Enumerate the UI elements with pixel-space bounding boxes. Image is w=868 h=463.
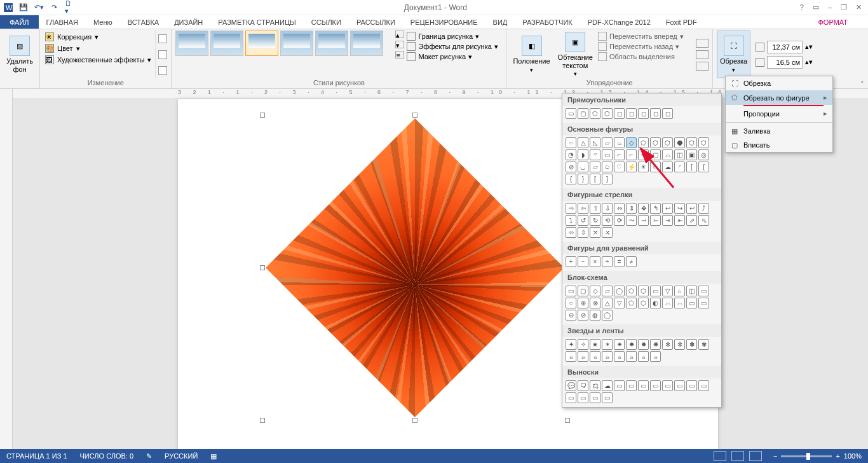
tab-page-layout[interactable]: РАЗМЕТКА СТРАНИЦЫ <box>210 15 303 29</box>
shape-round3[interactable]: ◻ <box>638 108 649 119</box>
shape-f24[interactable]: ▭ <box>698 298 709 308</box>
shape-cloud[interactable]: ☁ <box>662 162 673 172</box>
picture-style-1[interactable] <box>175 31 208 56</box>
position-button[interactable]: ◧ Положение▾ <box>510 31 552 78</box>
status-macro-icon[interactable]: ▦ <box>204 452 223 460</box>
shape-f26[interactable]: ⊘ <box>578 310 588 321</box>
shape-c10[interactable]: ▭ <box>674 380 685 391</box>
crop-item-to-shape[interactable]: ⬠Обрезать по фигуре▸ <box>726 90 832 105</box>
shape-parallelogram[interactable]: ▱ <box>602 137 613 148</box>
shape-c6[interactable]: ▭ <box>626 380 637 391</box>
close-button[interactable]: ✕ <box>856 3 862 11</box>
handle-bot-left[interactable] <box>260 418 265 423</box>
tab-menu[interactable]: Меню <box>86 15 120 29</box>
shape-tear[interactable]: ⌔ <box>590 149 600 160</box>
shape-no[interactable]: ⊘ <box>566 162 576 172</box>
shape-moon[interactable]: ☾ <box>650 162 661 172</box>
picture-layout-button[interactable]: Макет рисунка ▾ <box>407 52 502 61</box>
shape-arr-9[interactable]: ⤛ <box>662 215 673 226</box>
shape-c15[interactable]: ▭ <box>590 392 600 403</box>
shape-chord[interactable]: ◗ <box>578 149 588 160</box>
shape-arr-lr[interactable]: ⇔ <box>614 203 625 214</box>
compress-icon[interactable] <box>158 34 167 43</box>
handle-top-left[interactable] <box>260 113 265 118</box>
shape-can[interactable]: ⌓ <box>662 149 673 160</box>
shape-c5[interactable]: ▭ <box>614 380 625 391</box>
shape-s7[interactable]: ✹ <box>638 339 649 350</box>
change-picture-icon[interactable] <box>158 50 167 59</box>
shape-bevel[interactable]: ▣ <box>686 149 697 160</box>
corrections-button[interactable]: ☀Коррекция ▾ <box>44 32 153 42</box>
shape-r4[interactable]: ⏛ <box>602 351 613 362</box>
shape-round2[interactable]: ◻ <box>626 108 637 119</box>
shape-s2[interactable]: ✧ <box>578 339 588 350</box>
shape-f8[interactable]: ▭ <box>650 286 661 296</box>
crop-item-fill[interactable]: ▦Заливка <box>726 124 832 138</box>
shape-c3[interactable]: 🗯 <box>590 380 600 391</box>
group-icon[interactable] <box>696 50 709 59</box>
shape-snip[interactable]: ⬠ <box>590 108 600 119</box>
tab-pdfxchange[interactable]: PDF-XChange 2012 <box>580 15 658 29</box>
shape-triangle[interactable]: △ <box>578 137 588 148</box>
shape-l-shape[interactable]: ⌐ <box>626 149 637 160</box>
artistic-effects-button[interactable]: 🖼Художественные эффекты ▾ <box>44 55 153 65</box>
collapse-ribbon-icon[interactable]: ˄ <box>860 80 864 88</box>
shape-s5[interactable]: ✷ <box>614 339 625 350</box>
selected-picture[interactable] <box>266 118 564 417</box>
shape-f13[interactable]: ○ <box>566 298 576 308</box>
shape-r1[interactable]: ⏛ <box>566 351 576 362</box>
shape-r6[interactable]: ⏛ <box>626 351 637 362</box>
shape-decagon[interactable]: ⬡ <box>686 137 697 148</box>
tab-insert[interactable]: ВСТАВКА <box>120 15 166 29</box>
handle-bot-right[interactable] <box>565 418 570 423</box>
shape-f20[interactable]: ◐ <box>650 298 661 308</box>
shape-half-frame[interactable]: ⌐ <box>614 149 625 160</box>
shape-plaque[interactable]: ▢ <box>650 149 661 160</box>
shape-c7[interactable]: ▭ <box>638 380 649 391</box>
view-read-icon[interactable] <box>714 451 726 461</box>
shape-arr-l[interactable]: ⇦ <box>578 203 588 214</box>
shape-c4[interactable]: ☁ <box>602 380 613 391</box>
tab-view[interactable]: ВИД <box>485 15 515 29</box>
shape-hexagon[interactable]: ⬡ <box>650 137 661 148</box>
tab-references[interactable]: ССЫЛКИ <box>304 15 349 29</box>
ribbon-options-button[interactable]: ▭ <box>813 3 819 11</box>
shape-arr-10[interactable]: ⤜ <box>674 215 685 226</box>
wrap-text-button[interactable]: ▣ Обтекание текстом▾ <box>555 31 595 78</box>
picture-style-4[interactable] <box>280 31 313 56</box>
shape-c2[interactable]: 🗨 <box>578 380 588 391</box>
handle-bot-mid[interactable] <box>412 418 417 423</box>
shape-r8[interactable]: ⏛ <box>650 351 661 362</box>
view-web-icon[interactable] <box>749 451 762 461</box>
shape-rbrace[interactable]: } <box>578 174 588 184</box>
shape-octagon[interactable]: ⯃ <box>674 137 685 148</box>
shape-arr-c4[interactable]: ⤨ <box>602 227 613 238</box>
shape-f11[interactable]: ◫ <box>686 286 697 296</box>
style-scroll-down-icon[interactable]: ▾ <box>395 41 404 48</box>
shape-f23[interactable]: ▭ <box>686 298 697 308</box>
shape-arr-d[interactable]: ⇩ <box>602 203 613 214</box>
shape-pie[interactable]: ◔ <box>566 149 576 160</box>
shape-r7[interactable]: ⏛ <box>638 351 649 362</box>
shape-arr-quad[interactable]: ✥ <box>638 203 649 214</box>
shape-f22[interactable]: ⌓ <box>674 298 685 308</box>
picture-style-2[interactable] <box>210 31 243 56</box>
bring-forward-button[interactable]: Переместить вперед ▾ <box>598 32 693 41</box>
shape-f2[interactable]: ▢ <box>578 286 588 296</box>
shape-f4[interactable]: ▱ <box>602 286 613 296</box>
minimize-button[interactable]: – <box>828 3 832 11</box>
shape-arr-r[interactable]: ⇨ <box>566 203 576 214</box>
shape-block-arc[interactable]: ◡ <box>578 162 588 172</box>
shape-c13[interactable]: ▭ <box>566 392 576 403</box>
shape-f19[interactable]: ⬡ <box>638 298 649 308</box>
shape-f1[interactable]: ▭ <box>566 286 576 296</box>
style-more-icon[interactable]: ≡ <box>395 51 404 59</box>
shape-r3[interactable]: ⏛ <box>590 351 600 362</box>
shape-arr-11[interactable]: ⬀ <box>686 215 697 226</box>
shape-f3[interactable]: ◇ <box>590 286 600 296</box>
shape-heptagon[interactable]: ⬡ <box>662 137 673 148</box>
width-input[interactable] <box>767 56 803 69</box>
shape-arr-5[interactable]: ⟳ <box>614 215 625 226</box>
shape-f9[interactable]: ▽ <box>662 286 673 296</box>
shape-dodecagon[interactable]: ⬡ <box>698 137 709 148</box>
